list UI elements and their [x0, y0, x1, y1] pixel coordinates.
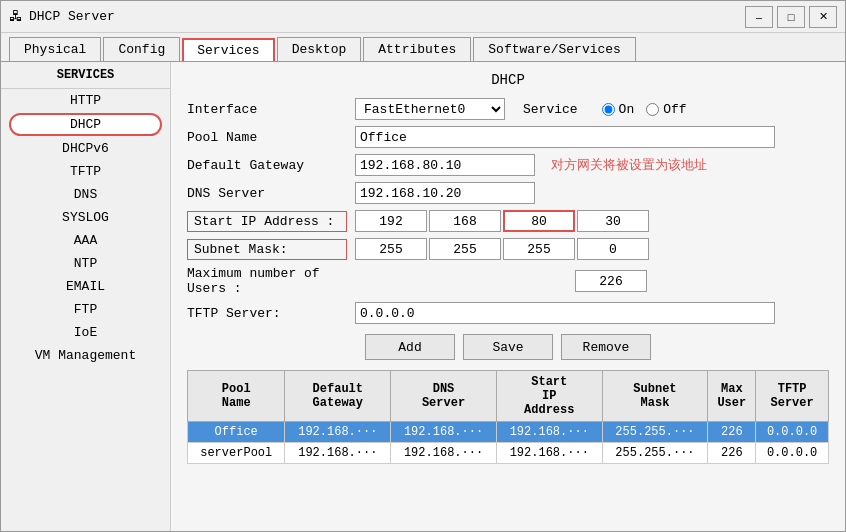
- col-pool-name: PoolName: [188, 371, 285, 422]
- sidebar-item-syslog[interactable]: SYSLOG: [1, 206, 170, 229]
- title-bar-left: 🖧 DHCP Server: [9, 9, 115, 25]
- col-default-gateway: DefaultGateway: [285, 371, 391, 422]
- col-start-ip: StartIPAddress: [496, 371, 602, 422]
- tab-config[interactable]: Config: [103, 37, 180, 61]
- table-row[interactable]: Office192.168.···192.168.···192.168.···2…: [188, 422, 829, 443]
- content-area: SERVICES HTTP DHCP DHCPv6 TFTP DNS SYSLO…: [1, 62, 845, 531]
- tab-software-services[interactable]: Software/Services: [473, 37, 636, 61]
- tab-desktop[interactable]: Desktop: [277, 37, 362, 61]
- tab-physical[interactable]: Physical: [9, 37, 101, 61]
- col-tftp-server: TFTPServer: [756, 371, 829, 422]
- default-gateway-input[interactable]: [355, 154, 535, 176]
- start-ip-inputs: [355, 210, 649, 232]
- close-button[interactable]: ✕: [809, 6, 837, 28]
- sidebar-item-http[interactable]: HTTP: [1, 89, 170, 112]
- on-label-text: On: [619, 102, 635, 117]
- sidebar-item-dhcp[interactable]: DHCP: [9, 113, 162, 136]
- start-ip-octet2[interactable]: [429, 210, 501, 232]
- sidebar-item-ioe[interactable]: IoE: [1, 321, 170, 344]
- tab-services[interactable]: Services: [182, 38, 274, 61]
- button-row: Add Save Remove: [187, 334, 829, 360]
- window-icon: 🖧: [9, 9, 23, 25]
- max-users-label: Maximum number of Users :: [187, 266, 347, 296]
- minimize-button[interactable]: –: [745, 6, 773, 28]
- interface-row: Interface FastEthernet0 Service On Off: [187, 98, 829, 120]
- max-users-row: Maximum number of Users :: [187, 266, 829, 296]
- subnet-octet2[interactable]: [429, 238, 501, 260]
- maximize-button[interactable]: □: [777, 6, 805, 28]
- sidebar-header: SERVICES: [1, 62, 170, 89]
- panel-title: DHCP: [187, 72, 829, 88]
- sidebar-item-email[interactable]: EMAIL: [1, 275, 170, 298]
- col-subnet-mask: SubnetMask: [602, 371, 708, 422]
- tab-bar: Physical Config Services Desktop Attribu…: [1, 33, 845, 62]
- radio-on[interactable]: [602, 103, 615, 116]
- sidebar-item-tftp[interactable]: TFTP: [1, 160, 170, 183]
- subnet-mask-inputs: [355, 238, 649, 260]
- default-gateway-row: Default Gateway 对方网关将被设置为该地址: [187, 154, 829, 176]
- dhcp-table: PoolName DefaultGateway DNSServer StartI…: [187, 370, 829, 464]
- add-button[interactable]: Add: [365, 334, 455, 360]
- interface-select[interactable]: FastEthernet0: [355, 98, 505, 120]
- title-bar: 🖧 DHCP Server – □ ✕: [1, 1, 845, 33]
- start-ip-label: Start IP Address :: [187, 211, 347, 232]
- tftp-server-input[interactable]: [355, 302, 775, 324]
- pool-name-label: Pool Name: [187, 130, 347, 145]
- tftp-server-row: TFTP Server:: [187, 302, 829, 324]
- radio-off-label[interactable]: Off: [646, 102, 686, 117]
- remove-button[interactable]: Remove: [561, 334, 651, 360]
- start-ip-row: Start IP Address :: [187, 210, 829, 232]
- radio-off[interactable]: [646, 103, 659, 116]
- dns-server-row: DNS Server: [187, 182, 829, 204]
- start-ip-octet4[interactable]: [577, 210, 649, 232]
- sidebar-item-aaa[interactable]: AAA: [1, 229, 170, 252]
- table-row[interactable]: serverPool192.168.···192.168.···192.168.…: [188, 443, 829, 464]
- interface-control: FastEthernet0 Service On Off: [355, 98, 687, 120]
- pool-name-input[interactable]: [355, 126, 775, 148]
- service-label: Service: [523, 102, 578, 117]
- main-window: 🖧 DHCP Server – □ ✕ Physical Config Serv…: [0, 0, 846, 532]
- off-label-text: Off: [663, 102, 686, 117]
- pool-name-row: Pool Name: [187, 126, 829, 148]
- sidebar-item-ftp[interactable]: FTP: [1, 298, 170, 321]
- start-ip-octet3[interactable]: [503, 210, 575, 232]
- window-title: DHCP Server: [29, 9, 115, 24]
- sidebar-item-ntp[interactable]: NTP: [1, 252, 170, 275]
- tab-attributes[interactable]: Attributes: [363, 37, 471, 61]
- subnet-mask-label: Subnet Mask:: [187, 239, 347, 260]
- main-panel: DHCP Interface FastEthernet0 Service On: [171, 62, 845, 531]
- interface-label: Interface: [187, 102, 347, 117]
- sidebar-item-dns[interactable]: DNS: [1, 183, 170, 206]
- gateway-hint: 对方网关将被设置为该地址: [551, 156, 707, 174]
- service-radio-group: On Off: [602, 102, 687, 117]
- sidebar-item-vm[interactable]: VM Management: [1, 344, 170, 367]
- save-button[interactable]: Save: [463, 334, 553, 360]
- start-ip-octet1[interactable]: [355, 210, 427, 232]
- subnet-octet4[interactable]: [577, 238, 649, 260]
- col-dns-server: DNSServer: [391, 371, 497, 422]
- title-bar-controls: – □ ✕: [745, 6, 837, 28]
- radio-on-label[interactable]: On: [602, 102, 635, 117]
- subnet-octet1[interactable]: [355, 238, 427, 260]
- col-max-user: MaxUser: [708, 371, 756, 422]
- default-gateway-label: Default Gateway: [187, 158, 347, 173]
- sidebar: SERVICES HTTP DHCP DHCPv6 TFTP DNS SYSLO…: [1, 62, 171, 531]
- max-users-input[interactable]: [575, 270, 647, 292]
- dns-server-input[interactable]: [355, 182, 535, 204]
- sidebar-item-dhcpv6[interactable]: DHCPv6: [1, 137, 170, 160]
- subnet-mask-row: Subnet Mask:: [187, 238, 829, 260]
- dns-server-label: DNS Server: [187, 186, 347, 201]
- tftp-server-label: TFTP Server:: [187, 306, 347, 321]
- subnet-octet3[interactable]: [503, 238, 575, 260]
